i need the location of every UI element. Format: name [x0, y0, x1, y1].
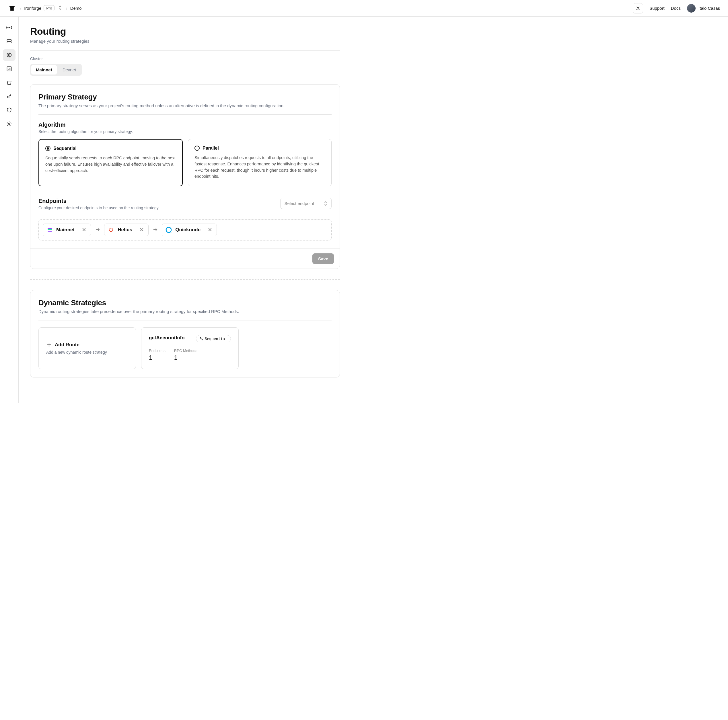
gear-icon	[6, 121, 12, 127]
primary-subtitle: The primary strategy serves as your proj…	[38, 103, 332, 108]
svg-point-0	[637, 8, 639, 9]
route-card-getaccountinfo[interactable]: getAccountInfo Sequential Endpoints 1 RP…	[141, 327, 239, 369]
algo-title: Algorithm	[38, 122, 332, 128]
endpoint-chip-helius[interactable]: Helius	[104, 224, 148, 236]
page-subtitle: Manage your routing strategies.	[30, 39, 340, 44]
algo-options: Sequential Sequentially sends requests t…	[38, 139, 332, 186]
algo-desc: Simultaneously dispatches requests to al…	[194, 155, 325, 180]
quicknode-icon	[165, 227, 172, 233]
header-right: Support Docs Italo Casas	[633, 3, 720, 14]
algo-name: Sequential	[54, 146, 76, 151]
sidebar-item-analytics[interactable]	[3, 63, 15, 75]
endpoint-name: Mainnet	[56, 227, 75, 233]
algo-option-sequential[interactable]: Sequential Sequentially sends requests t…	[38, 139, 183, 186]
select-placeholder: Select endpoint	[284, 201, 314, 206]
save-button[interactable]: Save	[312, 253, 334, 264]
shield-icon	[6, 107, 12, 113]
user-menu[interactable]: Italo Casas	[687, 4, 720, 12]
tab-devnet[interactable]: Devnet	[58, 65, 81, 75]
sidebar-item-servers[interactable]	[3, 35, 15, 47]
globe-icon	[6, 52, 12, 58]
stat-label: Endpoints	[149, 349, 165, 353]
dynamic-title: Dynamic Strategies	[38, 298, 332, 307]
sidebar-item-broadcast[interactable]	[3, 22, 15, 33]
sidebar-item-keys[interactable]	[3, 91, 15, 102]
radio-selected-icon	[45, 146, 50, 151]
logo-icon	[8, 4, 16, 12]
sidebar-item-routing[interactable]	[3, 49, 15, 61]
route-name: getAccountInfo	[149, 335, 185, 341]
add-route-title: Add Route	[55, 342, 80, 348]
endpoints-header: Endpoints Configure your desired endpoin…	[38, 198, 332, 215]
plan-badge: Pro	[44, 5, 55, 11]
helius-icon	[108, 227, 114, 233]
svg-rect-2	[7, 40, 11, 41]
remove-endpoint-icon[interactable]	[207, 227, 213, 233]
docs-link[interactable]: Docs	[671, 6, 681, 11]
route-type-badge: Sequential	[196, 335, 231, 342]
cluster-tabs: Mainnet Devnet	[30, 64, 82, 76]
svg-point-6	[7, 96, 9, 98]
remove-endpoint-icon[interactable]	[139, 227, 144, 233]
app-header: / Ironforge Pro / Demo Support Docs Ital…	[0, 0, 728, 17]
add-route-subtitle: Add a new dynamic route strategy	[46, 350, 128, 355]
primary-title: Primary Strategy	[38, 93, 332, 101]
user-name: Italo Casas	[699, 6, 720, 11]
sun-icon	[635, 6, 641, 11]
remove-endpoint-icon[interactable]	[81, 227, 87, 233]
algo-subtitle: Select the routing algorithm for your pr…	[38, 129, 332, 134]
endpoint-selector[interactable]: Select endpoint	[280, 198, 332, 209]
stat-endpoints: Endpoints 1	[149, 349, 165, 362]
breadcrumb-sep: /	[20, 6, 21, 11]
divider	[30, 50, 340, 51]
header-left: / Ironforge Pro / Demo	[8, 4, 82, 12]
sidebar	[0, 17, 18, 403]
tab-mainnet[interactable]: Mainnet	[31, 65, 57, 75]
svg-point-7	[9, 123, 10, 125]
archive-icon	[6, 80, 12, 85]
breadcrumb-sep: /	[66, 6, 67, 11]
stat-value: 1	[149, 354, 165, 362]
breadcrumb-project[interactable]: Demo	[70, 6, 82, 11]
theme-toggle[interactable]	[633, 3, 643, 14]
svg-rect-3	[7, 41, 11, 43]
chart-icon	[6, 66, 12, 72]
radio-unselected-icon	[194, 146, 200, 151]
arrow-right-icon	[95, 227, 100, 233]
chevrons-icon[interactable]	[57, 5, 63, 11]
plus-icon	[46, 342, 52, 348]
server-icon	[6, 38, 12, 44]
algo-desc: Sequentially sends requests to each RPC …	[45, 155, 176, 174]
svg-point-1	[9, 27, 9, 28]
stat-rpc-methods: RPC Methods 1	[174, 349, 197, 362]
breadcrumb: / Ironforge Pro / Demo	[20, 5, 82, 11]
endpoint-name: Helius	[118, 227, 132, 233]
broadcast-icon	[6, 24, 12, 31]
dynamic-strategies-card: Dynamic Strategies Dynamic routing strat…	[30, 290, 340, 377]
endpoint-chip-quicknode[interactable]: Quicknode	[162, 224, 217, 236]
endpoint-chain: Mainnet Helius	[38, 219, 332, 241]
sidebar-item-security[interactable]	[3, 104, 15, 116]
add-route-card[interactable]: Add Route Add a new dynamic route strate…	[38, 327, 136, 369]
card-footer: Save	[31, 249, 340, 268]
org-name: Ironforge	[24, 6, 41, 11]
algo-name: Parallel	[202, 146, 219, 151]
route-icon	[200, 337, 203, 340]
endpoints-title: Endpoints	[38, 198, 159, 204]
avatar	[687, 4, 696, 12]
page-title: Routing	[30, 26, 340, 37]
sidebar-item-settings[interactable]	[3, 118, 15, 130]
breadcrumb-org[interactable]: Ironforge Pro	[24, 5, 55, 11]
project-name: Demo	[70, 6, 82, 11]
divider	[38, 320, 332, 320]
support-link[interactable]: Support	[649, 6, 665, 11]
endpoints-subtitle: Configure your desired endpoints to be u…	[38, 206, 159, 210]
route-stats: Endpoints 1 RPC Methods 1	[149, 349, 231, 362]
primary-strategy-card: Primary Strategy The primary strategy se…	[30, 84, 340, 269]
key-icon	[6, 93, 12, 99]
sidebar-item-archive[interactable]	[3, 77, 15, 88]
arrow-right-icon	[153, 227, 158, 233]
algo-option-parallel[interactable]: Parallel Simultaneously dispatches reque…	[188, 139, 332, 186]
endpoint-chip-mainnet[interactable]: Mainnet	[43, 224, 91, 236]
chevrons-icon	[324, 201, 327, 206]
